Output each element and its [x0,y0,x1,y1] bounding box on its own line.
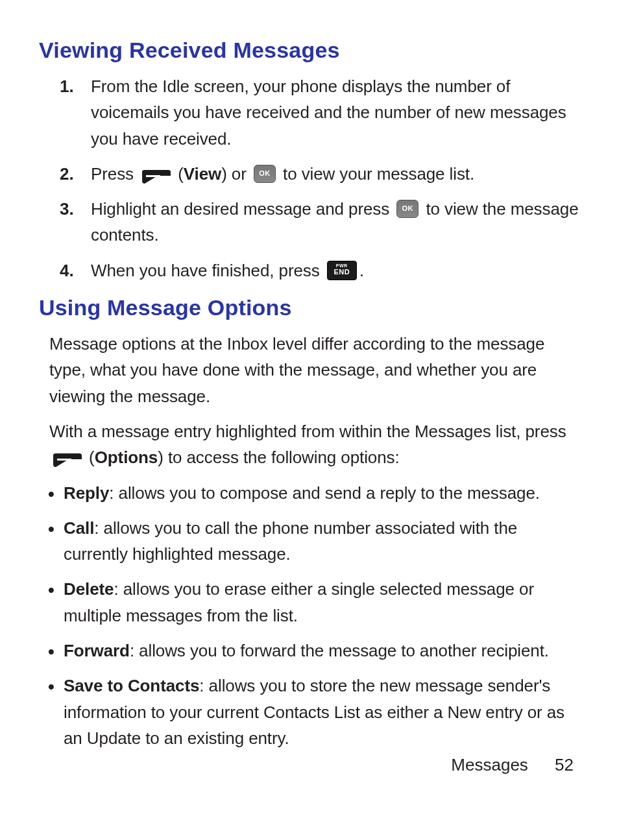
step-text: Highlight an desired message and press [91,199,394,219]
option-desc: : allows you to erase either a single se… [64,579,534,625]
step-2: Press (View) or to view your message lis… [91,161,580,187]
left-softkey-icon [52,450,82,465]
option-delete: Delete: allows you to erase either a sin… [64,576,580,629]
step-text: When you have finished, press [91,261,324,280]
step-3: Highlight an desired message and press t… [91,196,580,248]
options-list: Reply: allows you to compose and send a … [39,480,580,752]
left-softkey-icon [141,166,171,182]
ok-key-icon [254,165,276,183]
option-desc: : allows you to call the phone number as… [64,518,517,564]
ok-key-icon [396,200,419,218]
footer-page-number: 52 [555,755,574,775]
option-reply: Reply: allows you to compose and send a … [64,480,580,506]
step-text: Press [91,164,138,184]
footer-section-name: Messages [451,755,528,774]
option-forward: Forward: allows you to forward the messa… [64,638,580,664]
heading-viewing-received-messages: Viewing Received Messages [39,38,580,63]
step-4: When you have finished, press . [91,258,580,283]
lead-text: With a message entry highlighted from wi… [49,422,566,441]
pwr-end-key-icon [327,261,357,280]
option-term: Reply [64,483,109,503]
option-call: Call: allows you to call the phone numbe… [64,515,580,568]
step-text: From the Idle screen, your phone display… [91,77,566,149]
steps-list: From the Idle screen, your phone display… [39,73,580,283]
intro-paragraph: Message options at the Inbox level diffe… [39,331,580,409]
step-text: ) or [221,164,251,184]
softkey-label-view: View [184,164,221,184]
option-save-to-contacts: Save to Contacts: allows you to store th… [64,673,580,751]
step-text: . [359,261,364,280]
softkey-label-options: Options [95,448,158,467]
option-desc: : allows you to compose and send a reply… [109,483,540,503]
heading-using-message-options: Using Message Options [39,295,580,320]
step-text: to view your message list. [283,164,474,184]
step-1: From the Idle screen, your phone display… [91,73,580,152]
document-page: Viewing Received Messages From the Idle … [0,0,619,840]
option-term: Forward [64,641,130,660]
page-footer: Messages 52 [451,755,574,775]
lead-text: ) to access the following options: [158,448,399,467]
option-desc: : allows you to forward the message to a… [130,641,549,660]
option-term: Delete [64,579,114,599]
lead-paragraph: With a message entry highlighted from wi… [39,418,580,471]
option-term: Call [64,518,94,538]
option-term: Save to Contacts [64,676,199,695]
